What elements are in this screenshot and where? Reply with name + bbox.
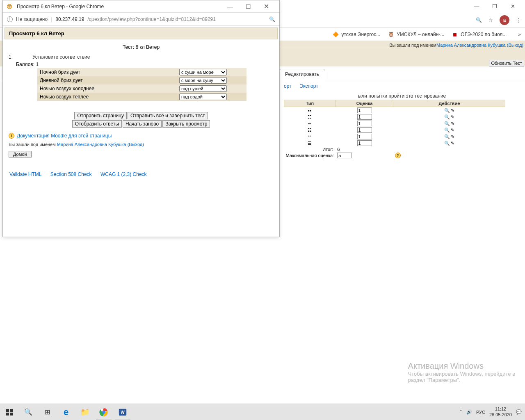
- match-label: Ночью воздух теплее: [37, 93, 177, 101]
- edit-icon[interactable]: ✎: [451, 108, 454, 113]
- search-button[interactable]: 🔍: [19, 404, 38, 420]
- th-action: Действие: [393, 100, 505, 107]
- preview-icon[interactable]: 🔍: [444, 121, 450, 126]
- restart-button[interactable]: Начать заново: [123, 120, 162, 128]
- send-all-button[interactable]: Отправить всё и завершить тест: [128, 112, 208, 119]
- grade-input[interactable]: [357, 140, 372, 146]
- edit-icon[interactable]: ✎: [451, 141, 454, 146]
- grade-input[interactable]: [357, 127, 372, 133]
- preview-icon[interactable]: 🔍: [444, 128, 450, 133]
- bookmark-item[interactable]: 🔶 утская Энергос...: [332, 31, 380, 38]
- edit-icon[interactable]: ✎: [451, 114, 454, 120]
- preview-heading: Просмотр 6 кл Ветер: [5, 27, 278, 39]
- login-prefix: Вы зашли под именем: [389, 43, 436, 48]
- unsafe-label: Не защищено: [16, 16, 48, 22]
- search-icon[interactable]: 🔍: [269, 16, 275, 22]
- preview-icon[interactable]: 🔍: [444, 141, 450, 146]
- test-name: Тест: 6 кл Ветер: [5, 39, 278, 53]
- bookmark-item[interactable]: 🦉 УМСКУЛ – онлайн-...: [388, 31, 444, 38]
- info-icon[interactable]: i: [7, 16, 13, 22]
- table-row: ☰🔍✎: [284, 140, 505, 146]
- match-label: Дневной бриз дует: [37, 76, 177, 84]
- match-row: Дневной бриз дует с моря на сушу: [37, 76, 247, 84]
- login-name-link[interactable]: Марина Александровна Кубушка: [57, 142, 126, 147]
- tray-up-icon[interactable]: ˄: [460, 409, 462, 415]
- bg-close-button[interactable]: ✕: [504, 0, 522, 12]
- total-label: Итог:: [284, 146, 336, 152]
- svg-rect-1: [10, 409, 13, 412]
- edit-icon[interactable]: ✎: [451, 134, 454, 139]
- match-row: Ночной бриз дует с суши на море: [37, 68, 247, 76]
- help-icon[interactable]: ?: [395, 153, 401, 158]
- match-select[interactable]: над водой: [179, 94, 227, 100]
- popup-address-bar[interactable]: i Не защищено | 80.237.49.19/question/pr…: [3, 13, 279, 26]
- close-preview-button[interactable]: Закрыть просмотр: [162, 120, 210, 128]
- max-grade-input[interactable]: [337, 153, 352, 158]
- match-label: Ночной бриз дует: [37, 68, 177, 76]
- language-indicator[interactable]: РУС: [476, 410, 485, 415]
- logout-link[interactable]: (Выход): [507, 43, 523, 48]
- send-page-button[interactable]: Отправить страницу: [74, 112, 127, 119]
- logout-link[interactable]: (Выход): [128, 142, 144, 147]
- moodle-favicon: ⓜ: [7, 3, 14, 10]
- match-row: Ночью воздух холоднее над сушей: [37, 84, 247, 93]
- login-name-link[interactable]: Марина Александровна Кубушка: [436, 43, 506, 48]
- menu-icon[interactable]: ⋮: [516, 17, 521, 23]
- import-link[interactable]: орт: [284, 83, 292, 89]
- export-link[interactable]: Экспорт: [300, 83, 318, 89]
- show-answers-button[interactable]: Отобразить ответы: [72, 120, 122, 128]
- match-label: Ночью воздух холоднее: [37, 84, 177, 93]
- grade-input[interactable]: [357, 114, 372, 120]
- grade-input[interactable]: [357, 121, 372, 126]
- bookmark-item[interactable]: ◼ ОГЭ-2020 по биол...: [452, 31, 507, 38]
- preview-popup-window: ⓜ Просмотр 6 кл Ветер - Google Chrome — …: [2, 0, 280, 237]
- start-button[interactable]: [0, 404, 19, 420]
- match-table: Ночной бриз дует с суши на море Дневной …: [37, 68, 247, 101]
- profile-avatar[interactable]: a: [500, 15, 509, 25]
- home-button[interactable]: Домой: [9, 151, 32, 158]
- tab-edit[interactable]: Редактировать: [279, 69, 325, 79]
- match-select[interactable]: над сушей: [179, 85, 227, 92]
- task-view-button[interactable]: ⊞: [38, 404, 57, 420]
- max-label: Максимальная оценка:: [284, 152, 336, 159]
- preview-icon[interactable]: 🔍: [444, 134, 450, 139]
- popup-minimize-button[interactable]: —: [221, 1, 239, 12]
- volume-icon[interactable]: 🔊: [466, 409, 472, 415]
- edit-icon[interactable]: ✎: [451, 128, 454, 133]
- preview-icon[interactable]: 🔍: [444, 108, 450, 113]
- update-test-button[interactable]: Обновить Тест: [489, 60, 524, 66]
- bookmark-label: утская Энергос...: [341, 32, 380, 37]
- grade-input[interactable]: [357, 107, 372, 113]
- info-icon: i: [9, 133, 14, 139]
- table-row: ☷🔍✎: [284, 107, 505, 114]
- match-select[interactable]: с суши на море: [179, 69, 227, 75]
- popup-close-button[interactable]: ✕: [257, 1, 275, 12]
- word-app[interactable]: W: [113, 404, 132, 420]
- bg-maximize-button[interactable]: ❐: [486, 0, 504, 12]
- edit-icon[interactable]: ✎: [451, 121, 454, 126]
- validate-html-link[interactable]: Validate HTML: [9, 171, 41, 177]
- preview-icon[interactable]: 🔍: [444, 114, 450, 120]
- section-508-link[interactable]: Section 508 Check: [50, 171, 92, 177]
- wcag-link[interactable]: WCAG 1 (2,3) Check: [100, 171, 147, 177]
- total-value: 6: [336, 146, 393, 152]
- star-icon[interactable]: ☆: [488, 17, 493, 23]
- notification-icon[interactable]: 💬: [516, 409, 522, 415]
- bookmark-label: ОГЭ-2020 по биол...: [461, 32, 507, 37]
- bookmarks-overflow-icon[interactable]: »: [518, 32, 521, 37]
- svg-rect-3: [10, 413, 13, 415]
- chrome-app[interactable]: [94, 404, 113, 420]
- question-box: 1 Установите соответствие Баллов: 1 Ночн…: [5, 53, 278, 104]
- moodle-doc-link[interactable]: Документация Moodle для этой страницы: [17, 133, 112, 139]
- th-type: Тип: [284, 100, 336, 107]
- bookmark-icon: ◼: [452, 31, 458, 38]
- explorer-app[interactable]: 📁: [75, 404, 94, 420]
- bg-minimize-button[interactable]: —: [468, 0, 486, 12]
- match-select[interactable]: с моря на сушу: [179, 77, 227, 84]
- grade-input[interactable]: [357, 134, 372, 139]
- max-grade-row: Максимальная оценка:?: [284, 152, 505, 159]
- popup-maximize-button[interactable]: ☐: [239, 1, 257, 12]
- zoom-icon[interactable]: 🔍: [476, 17, 482, 23]
- edge-app[interactable]: e: [57, 404, 75, 420]
- clock[interactable]: 11:12 28.05.2020: [489, 406, 512, 417]
